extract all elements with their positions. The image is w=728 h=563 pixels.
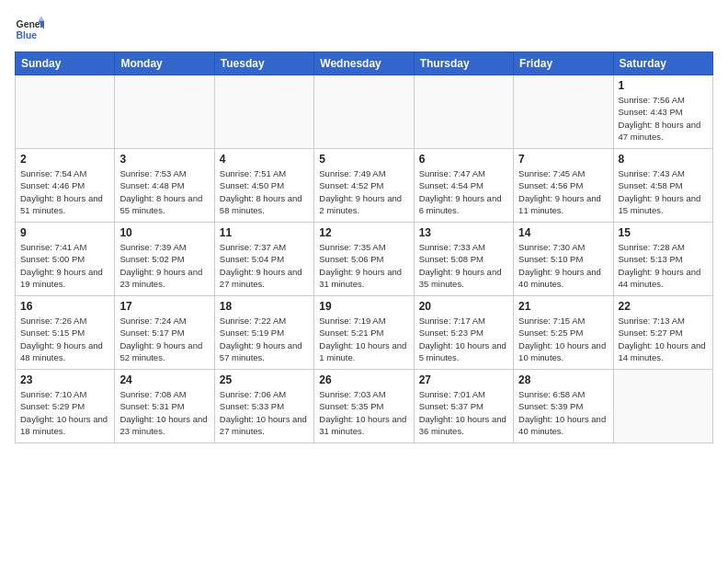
day-info: Sunrise: 7:03 AMSunset: 5:35 PMDaylight:… (319, 388, 408, 437)
day-number: 21 (518, 300, 608, 313)
calendar-cell (514, 75, 613, 149)
calendar-cell: 5Sunrise: 7:49 AMSunset: 4:52 PMDaylight… (314, 149, 414, 223)
calendar-cell (214, 75, 313, 149)
calendar-cell: 2Sunrise: 7:54 AMSunset: 4:46 PMDaylight… (16, 149, 115, 223)
day-number: 13 (419, 226, 508, 239)
calendar-cell: 7Sunrise: 7:45 AMSunset: 4:56 PMDaylight… (514, 149, 613, 223)
day-number: 11 (220, 226, 309, 239)
calendar-week-1: 1Sunrise: 7:56 AMSunset: 4:43 PMDaylight… (16, 75, 713, 149)
calendar-cell: 9Sunrise: 7:41 AMSunset: 5:00 PMDaylight… (16, 223, 115, 296)
calendar-cell: 15Sunrise: 7:28 AMSunset: 5:13 PMDayligh… (613, 223, 712, 296)
day-info: Sunrise: 7:15 AMSunset: 5:25 PMDaylight:… (518, 315, 608, 363)
day-number: 4 (220, 153, 309, 166)
day-number: 27 (419, 373, 508, 386)
day-info: Sunrise: 7:13 AMSunset: 5:27 PMDaylight:… (619, 315, 708, 363)
day-number: 8 (619, 153, 708, 166)
calendar-week-3: 9Sunrise: 7:41 AMSunset: 5:00 PMDaylight… (16, 223, 713, 296)
day-info: Sunrise: 7:45 AMSunset: 4:56 PMDaylight:… (518, 167, 608, 216)
day-info: Sunrise: 6:58 AMSunset: 5:39 PMDaylight:… (518, 388, 608, 437)
day-number: 15 (619, 226, 708, 239)
calendar-cell: 25Sunrise: 7:06 AMSunset: 5:33 PMDayligh… (214, 370, 313, 443)
calendar-cell: 17Sunrise: 7:24 AMSunset: 5:17 PMDayligh… (115, 296, 214, 370)
calendar-cell: 10Sunrise: 7:39 AMSunset: 5:02 PMDayligh… (115, 223, 214, 296)
day-number: 1 (619, 79, 708, 92)
day-number: 23 (20, 373, 109, 386)
calendar-header-friday: Friday (514, 52, 613, 75)
day-number: 17 (119, 300, 209, 313)
day-number: 6 (419, 153, 508, 166)
day-info: Sunrise: 7:47 AMSunset: 4:54 PMDaylight:… (419, 167, 508, 216)
calendar-cell: 19Sunrise: 7:19 AMSunset: 5:21 PMDayligh… (314, 296, 414, 370)
calendar-cell: 27Sunrise: 7:01 AMSunset: 5:37 PMDayligh… (414, 370, 513, 443)
day-info: Sunrise: 7:06 AMSunset: 5:33 PMDaylight:… (220, 388, 309, 437)
day-info: Sunrise: 7:19 AMSunset: 5:21 PMDaylight:… (319, 315, 408, 363)
day-number: 12 (319, 226, 408, 239)
calendar-cell (314, 75, 414, 149)
svg-text:Blue: Blue (17, 30, 38, 40)
calendar-cell: 3Sunrise: 7:53 AMSunset: 4:48 PMDaylight… (115, 149, 214, 223)
day-number: 9 (20, 226, 109, 239)
calendar-cell: 12Sunrise: 7:35 AMSunset: 5:06 PMDayligh… (314, 223, 414, 296)
day-number: 2 (20, 153, 109, 166)
day-number: 28 (518, 373, 608, 386)
day-info: Sunrise: 7:53 AMSunset: 4:48 PMDaylight:… (119, 167, 209, 216)
day-info: Sunrise: 7:17 AMSunset: 5:23 PMDaylight:… (419, 315, 508, 363)
day-info: Sunrise: 7:39 AMSunset: 5:02 PMDaylight:… (119, 241, 209, 290)
calendar-cell: 18Sunrise: 7:22 AMSunset: 5:19 PMDayligh… (214, 296, 313, 370)
logo-icon: General Blue (15, 15, 44, 44)
day-number: 14 (518, 226, 608, 239)
calendar-header-sunday: Sunday (16, 52, 115, 75)
calendar-header-row: SundayMondayTuesdayWednesdayThursdayFrid… (16, 52, 713, 75)
calendar-week-2: 2Sunrise: 7:54 AMSunset: 4:46 PMDaylight… (16, 149, 713, 223)
day-info: Sunrise: 7:08 AMSunset: 5:31 PMDaylight:… (119, 388, 209, 437)
calendar-cell (414, 75, 513, 149)
calendar-cell: 16Sunrise: 7:26 AMSunset: 5:15 PMDayligh… (16, 296, 115, 370)
day-info: Sunrise: 7:26 AMSunset: 5:15 PMDaylight:… (20, 315, 109, 363)
day-number: 7 (518, 153, 608, 166)
day-number: 3 (119, 153, 209, 166)
day-info: Sunrise: 7:54 AMSunset: 4:46 PMDaylight:… (20, 167, 109, 216)
calendar-cell: 14Sunrise: 7:30 AMSunset: 5:10 PMDayligh… (514, 223, 613, 296)
calendar-cell: 26Sunrise: 7:03 AMSunset: 5:35 PMDayligh… (314, 370, 414, 443)
calendar-header-thursday: Thursday (414, 52, 513, 75)
day-number: 25 (220, 373, 309, 386)
calendar-header-monday: Monday (115, 52, 214, 75)
day-info: Sunrise: 7:56 AMSunset: 4:43 PMDaylight:… (619, 94, 708, 143)
day-info: Sunrise: 7:10 AMSunset: 5:29 PMDaylight:… (20, 388, 109, 437)
calendar-cell (115, 75, 214, 149)
calendar-cell: 24Sunrise: 7:08 AMSunset: 5:31 PMDayligh… (115, 370, 214, 443)
day-number: 16 (20, 300, 109, 313)
day-info: Sunrise: 7:22 AMSunset: 5:19 PMDaylight:… (220, 315, 309, 363)
calendar-header-tuesday: Tuesday (214, 52, 313, 75)
calendar-week-4: 16Sunrise: 7:26 AMSunset: 5:15 PMDayligh… (16, 296, 713, 370)
day-info: Sunrise: 7:49 AMSunset: 4:52 PMDaylight:… (319, 167, 408, 216)
calendar-header-saturday: Saturday (613, 52, 712, 75)
calendar-table: SundayMondayTuesdayWednesdayThursdayFrid… (15, 52, 713, 443)
calendar-cell: 1Sunrise: 7:56 AMSunset: 4:43 PMDaylight… (613, 75, 712, 149)
day-info: Sunrise: 7:30 AMSunset: 5:10 PMDaylight:… (518, 241, 608, 290)
calendar-cell: 13Sunrise: 7:33 AMSunset: 5:08 PMDayligh… (414, 223, 513, 296)
day-info: Sunrise: 7:43 AMSunset: 4:58 PMDaylight:… (619, 167, 708, 216)
day-info: Sunrise: 7:41 AMSunset: 5:00 PMDaylight:… (20, 241, 109, 290)
day-info: Sunrise: 7:01 AMSunset: 5:37 PMDaylight:… (419, 388, 508, 437)
logo: General Blue (15, 15, 44, 44)
calendar-cell: 22Sunrise: 7:13 AMSunset: 5:27 PMDayligh… (613, 296, 712, 370)
calendar-cell: 23Sunrise: 7:10 AMSunset: 5:29 PMDayligh… (16, 370, 115, 443)
day-number: 18 (220, 300, 309, 313)
day-info: Sunrise: 7:33 AMSunset: 5:08 PMDaylight:… (419, 241, 508, 290)
day-number: 24 (119, 373, 209, 386)
page-header: General Blue (15, 15, 713, 44)
day-info: Sunrise: 7:24 AMSunset: 5:17 PMDaylight:… (119, 315, 209, 363)
calendar-cell: 4Sunrise: 7:51 AMSunset: 4:50 PMDaylight… (214, 149, 313, 223)
calendar-cell: 6Sunrise: 7:47 AMSunset: 4:54 PMDaylight… (414, 149, 513, 223)
day-number: 19 (319, 300, 408, 313)
calendar-header-wednesday: Wednesday (314, 52, 414, 75)
calendar-week-5: 23Sunrise: 7:10 AMSunset: 5:29 PMDayligh… (16, 370, 713, 443)
day-number: 5 (319, 153, 408, 166)
calendar-cell: 28Sunrise: 6:58 AMSunset: 5:39 PMDayligh… (514, 370, 613, 443)
day-info: Sunrise: 7:37 AMSunset: 5:04 PMDaylight:… (220, 241, 309, 290)
day-number: 10 (119, 226, 209, 239)
day-number: 20 (419, 300, 508, 313)
day-info: Sunrise: 7:51 AMSunset: 4:50 PMDaylight:… (220, 167, 309, 216)
calendar-cell (16, 75, 115, 149)
